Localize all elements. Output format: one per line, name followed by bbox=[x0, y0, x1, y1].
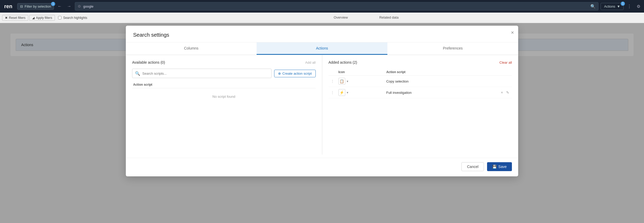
reset-filters-label: Reset filters bbox=[9, 16, 25, 20]
search-highlights-checkbox-container: Search highlights bbox=[56, 16, 89, 20]
global-search-bar: ⚙ 🔍 bbox=[75, 2, 598, 10]
global-search-input[interactable] bbox=[83, 4, 588, 8]
actions-label: Actions bbox=[604, 4, 615, 8]
back-button[interactable]: ← bbox=[56, 3, 63, 10]
search-highlights-label: Search highlights bbox=[63, 16, 87, 20]
tab-nav: Overview Related data bbox=[90, 13, 642, 22]
sub-bar: ✖ Reset filters ◢ Apply filters Search h… bbox=[0, 13, 644, 23]
funnel-icon: ◢ bbox=[32, 16, 35, 20]
reset-filters-button[interactable]: ✖ Reset filters bbox=[2, 15, 28, 21]
actions-button[interactable]: Actions ▼ 1 bbox=[601, 3, 624, 10]
app-logo: ren bbox=[2, 3, 15, 9]
top-bar-right: Actions ▼ 1 ⋮ ⚙ bbox=[601, 3, 642, 10]
tab-related-data[interactable]: Related data bbox=[364, 13, 414, 22]
grid-icon[interactable]: ⋮ bbox=[626, 3, 633, 10]
search-magnifier-icon: 🔍 bbox=[590, 4, 596, 9]
tab-overview[interactable]: Overview bbox=[318, 13, 364, 22]
forward-button[interactable]: → bbox=[65, 3, 73, 10]
apply-filters-label: Apply filters bbox=[36, 16, 52, 20]
filter-icon: ⊟ bbox=[20, 4, 23, 8]
apply-filters-button[interactable]: ◢ Apply filters bbox=[29, 15, 55, 21]
search-highlights-checkbox[interactable] bbox=[58, 16, 61, 19]
actions-badge: 1 bbox=[621, 2, 625, 6]
settings-icon: ⚙ bbox=[78, 4, 81, 8]
filter-badge: 1 bbox=[51, 2, 55, 6]
gear-icon[interactable]: ⚙ bbox=[635, 3, 642, 10]
filter-tag-label: Filter by selection bbox=[25, 4, 51, 8]
top-bar: ren ⊟ Filter by selection 1 ← → ⚙ 🔍 Acti… bbox=[0, 0, 644, 13]
reset-icon: ✖ bbox=[5, 16, 8, 20]
filter-by-selection-tag[interactable]: ⊟ Filter by selection 1 bbox=[17, 3, 54, 10]
chevron-down-icon: ▼ bbox=[617, 4, 620, 8]
